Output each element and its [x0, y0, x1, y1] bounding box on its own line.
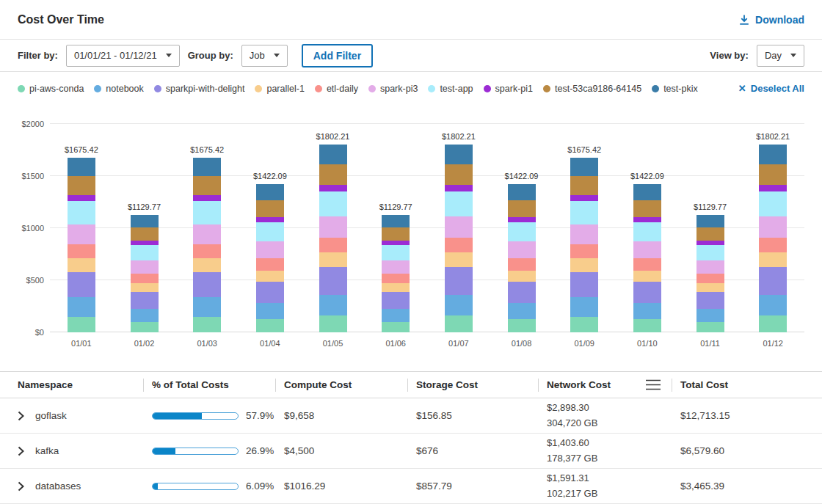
bar-segment-pi-aws-conda[interactable] — [696, 322, 724, 332]
bar-segment-test-app[interactable] — [193, 201, 221, 224]
legend-item-spark-pi3[interactable]: spark-pi3 — [368, 84, 418, 94]
bar-segment-sparkpi-with-delight[interactable] — [193, 272, 221, 298]
bar-segment-etl-daily[interactable] — [696, 274, 724, 283]
bar-segment-pi-aws-conda[interactable] — [570, 317, 598, 332]
bar-segment-etl-daily[interactable] — [633, 258, 661, 270]
bar-segment-sparkpi-with-delight[interactable] — [759, 267, 787, 295]
bar-segment-test-app[interactable] — [759, 191, 787, 216]
legend-item-etl-daily[interactable]: etl-daily — [315, 84, 358, 94]
bar-segment-spark-pi1[interactable] — [508, 217, 536, 222]
stacked-bar-01/08[interactable] — [508, 184, 536, 332]
bar-segment-pi-aws-conda[interactable] — [256, 319, 284, 332]
bar-segment-pi-aws-conda[interactable] — [633, 319, 661, 332]
bar-segment-test-pkix[interactable] — [508, 184, 536, 200]
bar-segment-parallel-1[interactable] — [193, 258, 221, 271]
bar-segment-pi-aws-conda[interactable] — [508, 319, 536, 332]
bar-segment-spark-pi3[interactable] — [696, 260, 724, 274]
bar-segment-pi-aws-conda[interactable] — [68, 317, 95, 332]
bar-segment-parallel-1[interactable] — [633, 271, 661, 282]
bar-segment-spark-pi1[interactable] — [445, 185, 473, 191]
namespace-cell[interactable]: databases — [18, 481, 143, 492]
bar-segment-notebook[interactable] — [759, 295, 787, 315]
expand-chevron-icon[interactable] — [18, 481, 24, 492]
bar-segment-etl-daily[interactable] — [131, 274, 159, 283]
bar-segment-etl-daily[interactable] — [759, 238, 787, 253]
col-compute-cost[interactable]: Compute Cost — [275, 372, 407, 398]
bar-segment-test-53ca9186-64145[interactable] — [68, 176, 95, 195]
bar-segment-test-app[interactable] — [382, 245, 410, 260]
stacked-bar-01/07[interactable] — [445, 145, 473, 332]
bar-segment-parallel-1[interactable] — [319, 252, 347, 267]
stacked-bar-01/06[interactable] — [382, 215, 410, 332]
bar-segment-test-pkix[interactable] — [193, 158, 221, 176]
bar-segment-test-app[interactable] — [68, 201, 95, 224]
legend-item-parallel-1[interactable]: parallel-1 — [255, 84, 304, 94]
bar-segment-notebook[interactable] — [319, 295, 347, 315]
bar-segment-test-53ca9186-64145[interactable] — [633, 200, 661, 217]
group-by-select[interactable]: Job — [241, 45, 288, 67]
bar-segment-test-pkix[interactable] — [131, 215, 159, 227]
bar-segment-spark-pi1[interactable] — [68, 195, 95, 201]
bar-segment-etl-daily[interactable] — [445, 238, 473, 253]
col-namespace[interactable]: Namespace — [18, 372, 143, 398]
bar-segment-notebook[interactable] — [68, 297, 95, 316]
col-network-cost[interactable]: Network Cost — [538, 372, 672, 398]
legend-item-test-53ca9186-64145[interactable]: test-53ca9186-64145 — [543, 84, 641, 94]
bar-segment-parallel-1[interactable] — [445, 252, 473, 267]
bar-segment-parallel-1[interactable] — [131, 283, 159, 292]
bar-segment-notebook[interactable] — [696, 309, 724, 322]
bar-segment-test-app[interactable] — [696, 245, 724, 260]
bar-segment-spark-pi3[interactable] — [382, 260, 410, 274]
bar-segment-test-pkix[interactable] — [382, 215, 410, 227]
namespace-cell[interactable]: goflask — [18, 410, 143, 421]
bar-segment-notebook[interactable] — [193, 297, 221, 316]
bar-segment-test-53ca9186-64145[interactable] — [696, 227, 724, 241]
bar-segment-test-app[interactable] — [319, 191, 347, 216]
bar-segment-spark-pi3[interactable] — [633, 241, 661, 258]
bar-segment-pi-aws-conda[interactable] — [193, 317, 221, 332]
bar-segment-notebook[interactable] — [508, 303, 536, 319]
bar-segment-etl-daily[interactable] — [508, 258, 536, 270]
legend-item-pi-aws-conda[interactable]: pi-aws-conda — [18, 84, 84, 94]
bar-segment-test-53ca9186-64145[interactable] — [256, 200, 284, 217]
bar-segment-spark-pi1[interactable] — [256, 217, 284, 222]
bar-segment-spark-pi3[interactable] — [131, 260, 159, 274]
bar-segment-spark-pi1[interactable] — [319, 185, 347, 191]
bar-segment-etl-daily[interactable] — [256, 258, 284, 270]
bar-segment-sparkpi-with-delight[interactable] — [68, 272, 95, 298]
expand-chevron-icon[interactable] — [18, 411, 24, 421]
bar-segment-test-app[interactable] — [633, 222, 661, 242]
bar-segment-test-pkix[interactable] — [696, 215, 724, 227]
bar-segment-spark-pi1[interactable] — [570, 195, 598, 201]
bar-segment-parallel-1[interactable] — [570, 258, 598, 271]
bar-segment-test-pkix[interactable] — [633, 184, 661, 200]
bar-segment-notebook[interactable] — [256, 303, 284, 319]
stacked-bar-01/10[interactable] — [633, 184, 661, 332]
bar-segment-spark-pi1[interactable] — [193, 195, 221, 201]
bar-segment-spark-pi3[interactable] — [256, 241, 284, 258]
legend-item-spark-pi1[interactable]: spark-pi1 — [484, 84, 533, 94]
stacked-bar-01/09[interactable] — [570, 158, 598, 332]
bar-segment-test-app[interactable] — [445, 191, 473, 216]
date-range-select[interactable]: 01/01/21 - 01/12/21 — [66, 45, 180, 67]
bar-segment-test-app[interactable] — [256, 222, 284, 242]
bar-segment-test-53ca9186-64145[interactable] — [508, 200, 536, 217]
stacked-bar-01/05[interactable] — [319, 145, 347, 332]
bar-segment-spark-pi3[interactable] — [193, 224, 221, 244]
bar-segment-test-pkix[interactable] — [68, 158, 95, 176]
bar-segment-sparkpi-with-delight[interactable] — [696, 292, 724, 309]
bar-segment-parallel-1[interactable] — [256, 271, 284, 282]
bar-segment-etl-daily[interactable] — [570, 244, 598, 258]
bar-segment-sparkpi-with-delight[interactable] — [319, 267, 347, 295]
bar-segment-pi-aws-conda[interactable] — [319, 315, 347, 332]
bar-segment-pi-aws-conda[interactable] — [759, 315, 787, 332]
stacked-bar-01/01[interactable] — [68, 158, 95, 332]
bar-segment-spark-pi3[interactable] — [68, 224, 95, 244]
bar-segment-spark-pi1[interactable] — [759, 185, 787, 191]
bar-segment-test-53ca9186-64145[interactable] — [382, 227, 410, 241]
bar-segment-spark-pi3[interactable] — [445, 216, 473, 238]
stacked-bar-01/03[interactable] — [193, 158, 221, 332]
legend-item-notebook[interactable]: notebook — [94, 84, 143, 94]
bar-segment-test-53ca9186-64145[interactable] — [193, 176, 221, 195]
bar-segment-test-53ca9186-64145[interactable] — [570, 176, 598, 195]
